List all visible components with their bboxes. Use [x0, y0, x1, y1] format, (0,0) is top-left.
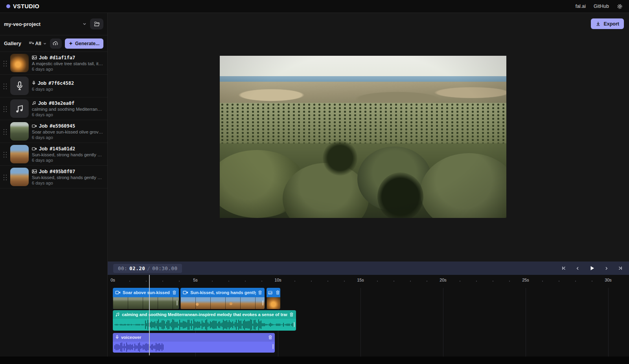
- generate-label: Generate...: [75, 41, 99, 46]
- drag-handle-icon[interactable]: [2, 82, 7, 90]
- chevron-down-icon[interactable]: [82, 22, 87, 26]
- export-button[interactable]: Export: [591, 18, 624, 29]
- job-thumbnail: [10, 99, 29, 118]
- job-time: 6 days ago: [32, 67, 104, 71]
- job-title: Job: [39, 169, 48, 174]
- transport-controls: [561, 265, 623, 272]
- play-button[interactable]: [589, 265, 596, 272]
- timeline-voiceover-clip[interactable]: voiceover: [113, 333, 275, 353]
- job-thumbnail: [10, 122, 29, 141]
- job-desc: Sun-kissed, strong hands gently pluck…: [32, 175, 104, 180]
- clip-resize-handle[interactable]: [272, 344, 274, 349]
- voiceover-track: voiceover: [108, 333, 629, 353]
- image-icon: [268, 291, 272, 294]
- gallery-title: Gallery: [4, 40, 26, 46]
- microphone-icon: [115, 335, 119, 340]
- chevron-left-icon: [576, 266, 580, 271]
- current-time: 02.20: [129, 265, 145, 271]
- clip-label: calming and soothing Mediterranean-inspi…: [122, 312, 287, 317]
- job-desc: calming and soothing Mediterranean-…: [32, 107, 104, 112]
- music-waveform: [113, 319, 296, 331]
- step-back-button[interactable]: [575, 265, 581, 271]
- skip-to-end-button[interactable]: [617, 265, 623, 271]
- clip-resize-handle[interactable]: [294, 322, 295, 327]
- job-thumbnail: [10, 145, 29, 163]
- clip-label: voiceover: [121, 335, 266, 340]
- project-name[interactable]: my-veo-project: [4, 21, 40, 27]
- filter-icon: [29, 41, 34, 46]
- clip-resize-handle[interactable]: [177, 300, 178, 305]
- open-project-button[interactable]: [90, 18, 103, 29]
- github-link[interactable]: GitHub: [594, 4, 609, 9]
- total-time: 00:30.00: [152, 265, 177, 271]
- skip-to-start-button[interactable]: [561, 265, 567, 271]
- job-thumbnail: [10, 54, 29, 72]
- job-list: Job #d1af1fa7 A majestic olive tree stan…: [0, 52, 107, 188]
- job-id: #495b8f07: [50, 169, 75, 174]
- fal-link[interactable]: fal.ai: [576, 4, 586, 9]
- image-icon: [32, 55, 37, 60]
- export-label: Export: [603, 21, 619, 27]
- time-separator: /: [147, 265, 150, 271]
- job-item[interactable]: Job #495b8f07 Sun-kissed, strong hands g…: [0, 166, 107, 188]
- job-item[interactable]: Job #7f6c4582 6 days ago: [0, 75, 107, 97]
- gallery-header: Gallery All: [0, 35, 107, 52]
- upload-button[interactable]: [50, 38, 62, 49]
- skip-start-icon: [561, 266, 566, 271]
- drag-handle-icon[interactable]: [2, 174, 7, 181]
- video-track: Soar above sun-kissed olive Sun-kissed, …: [108, 288, 629, 309]
- job-id: #03e2ea0f: [49, 101, 74, 106]
- job-item[interactable]: Job #d1af1fa7 A majestic olive tree stan…: [0, 52, 107, 75]
- job-time: 6 days ago: [32, 181, 104, 185]
- drag-handle-icon[interactable]: [2, 128, 7, 135]
- drag-handle-icon[interactable]: [2, 151, 7, 158]
- step-forward-button[interactable]: [603, 265, 609, 271]
- main-area: Export: [108, 13, 629, 262]
- generate-button[interactable]: ✦ Generate...: [65, 38, 103, 49]
- job-item[interactable]: Job #145a01d2 Sun-kissed, strong hands g…: [0, 143, 107, 166]
- job-id: #e5960945: [50, 123, 75, 129]
- chevron-right-icon: [604, 266, 609, 271]
- logo-dot-icon: [6, 4, 10, 8]
- trash-icon[interactable]: [268, 335, 272, 340]
- gallery-filter[interactable]: All: [29, 41, 47, 46]
- timeline-video-clip[interactable]: Sun-kissed, strong hands gently plu: [180, 288, 265, 309]
- video-camera-icon: [32, 147, 37, 151]
- job-thumbnail: [10, 77, 29, 95]
- job-id: #7f6c4582: [48, 80, 74, 86]
- trash-icon[interactable]: [276, 290, 280, 295]
- job-id: #145a01d2: [50, 146, 75, 152]
- job-id: #d1af1fa7: [50, 55, 75, 60]
- music-note-icon: [32, 101, 36, 105]
- microphone-icon: [15, 81, 24, 91]
- job-title: Job: [38, 101, 47, 106]
- music-note-icon: [115, 312, 120, 317]
- drag-handle-icon[interactable]: [2, 105, 7, 112]
- playhead[interactable]: [149, 275, 150, 355]
- app-logo: VSTUDIO: [6, 3, 39, 9]
- timeline-music-clip[interactable]: calming and soothing Mediterranean-inspi…: [113, 310, 296, 331]
- sparkles-icon: ✦: [69, 41, 73, 46]
- drag-handle-icon[interactable]: [2, 60, 7, 67]
- job-item[interactable]: Job #e5960945 Soar above sun-kissed oliv…: [0, 120, 107, 143]
- trash-icon[interactable]: [258, 290, 262, 295]
- job-time: 6 days ago: [32, 135, 104, 140]
- timeline-image-clip[interactable]: A: [267, 288, 281, 309]
- project-selector-row: my-veo-project: [0, 13, 107, 35]
- timeline-video-clip[interactable]: Soar above sun-kissed olive: [113, 288, 179, 309]
- clip-label: Soar above sun-kissed olive: [123, 290, 170, 295]
- voiceover-waveform: [113, 342, 275, 353]
- job-item[interactable]: Job #03e2ea0f calming and soothing Medit…: [0, 97, 107, 120]
- trash-icon[interactable]: [289, 312, 294, 317]
- trash-icon[interactable]: [172, 290, 177, 295]
- clip-filmstrip: [180, 297, 265, 309]
- filter-value: All: [35, 41, 41, 46]
- timeline-body: 0s5s10s15s20s25s30s Soar above sun-kisse…: [108, 275, 629, 357]
- timeline-ruler[interactable]: 0s5s10s15s20s25s30s: [108, 275, 629, 288]
- clip-filmstrip: [113, 297, 179, 309]
- settings-button[interactable]: [617, 4, 623, 9]
- top-bar: VSTUDIO fal.ai GitHub: [0, 0, 629, 13]
- top-nav: fal.ai GitHub: [576, 4, 623, 9]
- clip-resize-handle[interactable]: [262, 300, 263, 305]
- sidebar: my-veo-project Gallery: [0, 13, 108, 357]
